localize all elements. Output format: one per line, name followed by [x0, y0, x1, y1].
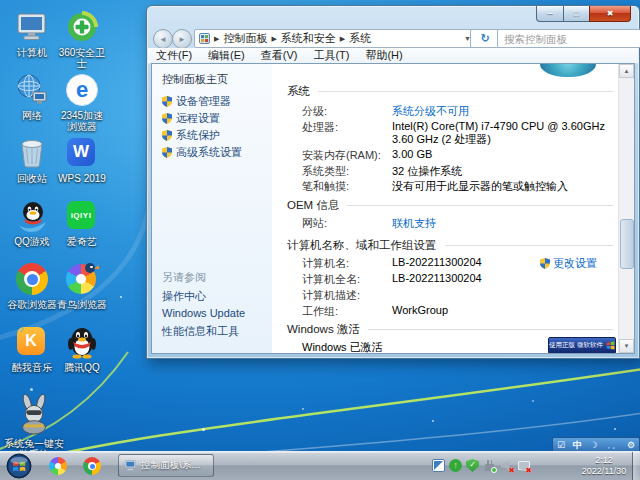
taskbar-chrome-button[interactable]	[82, 456, 102, 476]
section-computer-name: 计算机名称、域和工作组设置	[287, 238, 613, 253]
desktop-icon-kuwo-music[interactable]: K ♪ 酷我音乐	[6, 325, 58, 373]
menu-help[interactable]: 帮助(H)	[365, 48, 402, 63]
desktop-icon-network[interactable]: 网络	[6, 73, 58, 121]
breadcrumb-control-panel[interactable]: 控制面板	[223, 31, 267, 46]
system-rabbit-icon	[14, 393, 54, 435]
start-button[interactable]	[6, 453, 32, 479]
window-content: 控制面板主页 设备管理器 远程设置 系统保护 高级系统设置 另请参阅	[151, 63, 635, 354]
breadcrumb-separator-icon: ▶	[214, 35, 219, 43]
sidebar-item-device-manager[interactable]: 设备管理器	[162, 94, 231, 109]
row-rating: 分级: 系统分级不可用	[302, 104, 610, 119]
clock[interactable]: 2:12 2022/11/30	[578, 455, 630, 477]
sidebar-item-system-protection[interactable]: 系统保护	[162, 128, 220, 143]
close-icon: ✖	[607, 9, 614, 18]
2345-browser-icon: e	[65, 73, 99, 107]
forward-button[interactable]: ►	[172, 29, 192, 49]
scroll-down-button[interactable]: ▼	[619, 339, 634, 353]
screen: 计算机 360安全卫士 网络 e 2345加速浏览器 回收站 W	[0, 0, 640, 480]
sidebar-item-action-center[interactable]: 操作中心	[162, 289, 206, 304]
desktop-icon-recycle-bin[interactable]: 回收站	[6, 136, 58, 184]
system-window: ─ □ ✖ ◄ ► ▶ 控制面板 ▶ 系统和安全 ▶ 系统 ▼ ↻ 文件(F) …	[146, 5, 640, 359]
menu-bar: 文件(F) 编辑(E) 查看(V) 工具(T) 帮助(H)	[148, 48, 638, 64]
desktop-icon-bird-browser[interactable]: 青鸟浏览器	[56, 262, 108, 310]
breadcrumb-separator-icon: ▶	[271, 35, 276, 43]
row-workgroup: 工作组: WorkGroup	[302, 304, 610, 319]
menu-edit[interactable]: 编辑(E)	[208, 48, 245, 63]
maximize-icon: □	[574, 9, 579, 18]
sidebar-item-performance-tools[interactable]: 性能信息和工具	[162, 324, 239, 339]
breadcrumb-system-security[interactable]: 系统和安全	[281, 31, 336, 46]
tray-network-disconnected-icon[interactable]: ✖	[517, 459, 530, 472]
sidebar-item-control-panel-home[interactable]: 控制面板主页	[162, 72, 228, 87]
iqiyi-icon: iQIYI	[65, 199, 99, 233]
control-panel-icon	[199, 33, 210, 44]
recycle-bin-icon	[15, 136, 49, 170]
taskbar: 控制面板\系统和... ↑ ✓ ✖	[0, 451, 640, 480]
search-box[interactable]	[497, 29, 640, 48]
sidebar-item-windows-update[interactable]: Windows Update	[162, 307, 245, 319]
desktop-icon-chrome[interactable]: 谷歌浏览器	[6, 262, 58, 310]
desktop-icon-system-rabbit[interactable]: 系统兔一键安装系统	[2, 393, 66, 460]
bird-browser-icon	[65, 262, 99, 296]
sparkle	[614, 428, 616, 430]
oem-logo-sphere	[540, 64, 596, 77]
close-button[interactable]: ✖	[589, 6, 631, 22]
row-pen-touch: 笔和触摸: 没有可用于此显示器的笔或触控输入	[302, 179, 610, 194]
scroll-down-icon: ▼	[624, 343, 630, 349]
address-bar[interactable]: ▶ 控制面板 ▶ 系统和安全 ▶ 系统 ▼	[194, 29, 476, 48]
desktop-icon-2345-browser[interactable]: e 2345加速浏览器	[56, 73, 108, 132]
kuwo-music-icon: K ♪	[15, 325, 49, 359]
row-full-name: 计算机全名: LB-202211300204	[302, 272, 610, 287]
breadcrumb-system[interactable]: 系统	[349, 31, 371, 46]
tray-volume-muted-icon[interactable]: ✖	[500, 459, 513, 472]
change-settings-link[interactable]: 更改设置	[540, 256, 597, 271]
section-oem: OEM 信息	[287, 198, 613, 213]
vertical-scrollbar[interactable]: ▲ ▼	[618, 64, 634, 353]
row-processor: 处理器: Intel(R) Core(TM) i7-4790 CPU @ 3.6…	[302, 120, 610, 147]
tray-360-update-icon[interactable]: ↑	[449, 459, 462, 472]
refresh-button[interactable]: ↻	[470, 29, 500, 48]
caption-buttons: ─ □ ✖	[536, 6, 631, 22]
sidebar-item-advanced-system-settings[interactable]: 高级系统设置	[162, 145, 242, 160]
network-icon	[15, 73, 49, 107]
menu-file[interactable]: 文件(F)	[156, 48, 192, 63]
minimize-button[interactable]: ─	[536, 6, 564, 22]
desktop-icon-iqiyi[interactable]: iQIYI 爱奇艺	[56, 199, 108, 247]
scrollbar-thumb[interactable]	[620, 219, 634, 269]
sparkle	[302, 408, 304, 410]
desktop-icon-computer[interactable]: 计算机	[6, 10, 58, 58]
system-tray: ↑ ✓ ✖ ✖	[432, 459, 530, 472]
forward-icon: ►	[178, 35, 186, 44]
row-activation-status: Windows 已激活	[302, 340, 542, 354]
search-input[interactable]	[502, 32, 640, 46]
taskbar-task-control-panel[interactable]: 控制面板\系统和...	[118, 454, 214, 477]
desktop-icon-wps[interactable]: W WPS 2019	[56, 136, 108, 184]
back-button[interactable]: ◄	[153, 29, 173, 49]
show-desktop-button[interactable]	[632, 452, 640, 480]
scroll-up-button[interactable]: ▲	[619, 64, 634, 78]
computer-icon	[124, 458, 137, 473]
scroll-up-icon: ▲	[624, 68, 630, 74]
taskbar-bird-browser-button[interactable]	[48, 456, 68, 476]
chrome-icon	[15, 262, 49, 296]
sidebar-item-remote-settings[interactable]: 远程设置	[162, 111, 220, 126]
row-ram: 安装内存(RAM): 3.00 GB	[302, 148, 610, 163]
rating-link[interactable]: 系统分级不可用	[392, 104, 610, 119]
desktop-icon-360-safe[interactable]: 360安全卫士	[56, 10, 108, 69]
uac-shield-icon	[162, 147, 172, 158]
maximize-button[interactable]: □	[564, 6, 589, 22]
desktop-icon-qq-game[interactable]: QQ游戏	[6, 199, 58, 247]
row-website: 网站: 联机支持	[302, 216, 610, 231]
see-also-header: 另请参阅	[162, 270, 206, 285]
genuine-windows-badge[interactable]: 使用正版 微软软件	[548, 337, 616, 354]
tray-power-plug-icon[interactable]	[483, 459, 496, 472]
computer-icon	[15, 10, 49, 44]
menu-view[interactable]: 查看(V)	[261, 48, 298, 63]
online-support-link[interactable]: 联机支持	[392, 216, 610, 231]
tray-action-center-icon[interactable]	[432, 459, 445, 472]
windows-flag-icon	[606, 341, 615, 350]
minimize-icon: ─	[547, 9, 553, 18]
desktop-icon-qq[interactable]: 腾讯QQ	[56, 325, 108, 373]
menu-tools[interactable]: 工具(T)	[313, 48, 349, 63]
tray-security-shield-icon[interactable]: ✓	[466, 459, 479, 472]
